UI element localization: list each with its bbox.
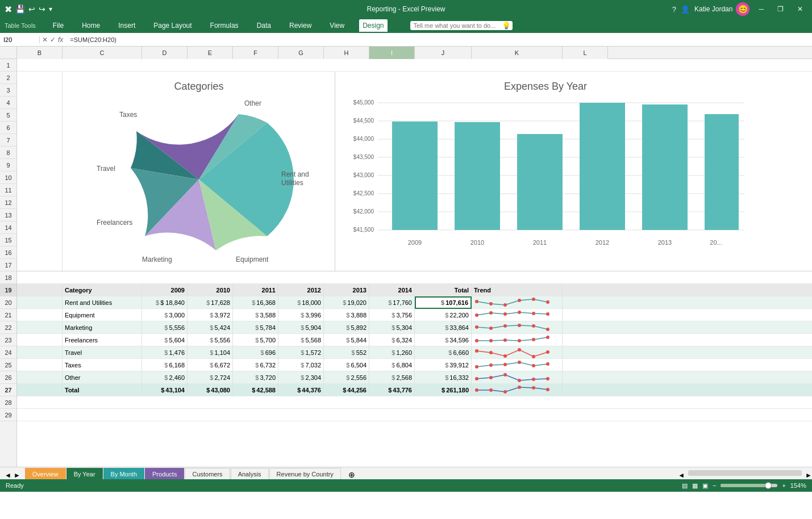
row-header-11[interactable]: 11 [0,184,16,196]
normal-view-icon[interactable]: ▤ [682,482,688,489]
cell-25-2011[interactable]: $ 6,732 [233,359,278,371]
sheet-tab-products[interactable]: Products [145,468,184,479]
search-input[interactable] [410,21,513,30]
row-header-17[interactable]: 17 [0,259,16,271]
cell-25-2013[interactable]: $ 6,504 [324,359,369,371]
cell-21-2010[interactable]: $ 3,972 [188,309,233,321]
row-header-12[interactable]: 12 [0,196,16,209]
data-row-21[interactable]: Equipment $ 3,000 $ 3,972 $ 3,588 $ 3,99… [17,309,812,321]
cancel-formula-icon[interactable]: ✕ [42,36,48,44]
cell-21-2014[interactable]: $ 3,756 [369,309,415,321]
row-header-23[interactable]: 23 [0,334,16,346]
cell-22-2011[interactable]: $ 5,784 [233,321,278,334]
row-header-16[interactable]: 16 [0,246,16,259]
cell-reference[interactable]: I20 [0,36,40,43]
cell-22-2013[interactable]: $ 5,892 [324,321,369,334]
fx-icon[interactable]: fx [58,36,63,44]
cell-27-2014[interactable]: $ 43,776 [369,384,415,396]
zoom-thumb[interactable] [765,482,772,489]
cell-22-2009[interactable]: $ 5,556 [142,321,188,334]
cell-26-category[interactable]: Other [63,371,142,384]
row-header-21[interactable]: 21 [0,309,16,321]
col-header-G[interactable]: G [278,47,324,59]
cell-23-total[interactable]: $ 34,596 [415,334,472,346]
col-header-E[interactable]: E [188,47,233,59]
data-row-27[interactable]: Total $ 43,104 $ 43,080 $ 42,588 $ 44,37… [17,384,812,396]
row-header-4[interactable]: 4 [0,97,16,109]
cell-22-total[interactable]: $ 33,864 [415,321,472,334]
cell-21-2012[interactable]: $ 3,996 [278,309,324,321]
page-break-icon[interactable]: ▣ [702,482,708,489]
restore-button[interactable]: ❐ [773,5,788,13]
cell-25-2010[interactable]: $ 6,672 [188,359,233,371]
cell-21-total[interactable]: $ 22,200 [415,309,472,321]
cell-22-category[interactable]: Marketing [63,321,142,334]
cell-27-2009[interactable]: $ 43,104 [142,384,188,396]
cell-26-2012[interactable]: $ 2,304 [278,371,324,384]
customize-icon[interactable]: ▾ [49,5,52,13]
minimize-button[interactable]: ─ [754,5,768,13]
account-icon[interactable]: 👤 [681,5,690,14]
row-header-18[interactable]: 18 [0,271,16,284]
ribbon-tab-view[interactable]: View [326,19,348,32]
zoom-slider[interactable] [721,484,777,487]
zoom-in-icon[interactable]: + [782,482,785,489]
col-header-C[interactable]: C [63,47,142,59]
user-avatar[interactable]: 😊 [736,2,749,16]
row-header-3[interactable]: 3 [0,84,16,97]
cell-25-2009[interactable]: $ 6,168 [142,359,188,371]
cell-23-2009[interactable]: $ 5,604 [142,334,188,346]
cell-23-2012[interactable]: $ 5,568 [278,334,324,346]
cell-25-2014[interactable]: $ 6,804 [369,359,415,371]
close-button[interactable]: ✕ [793,5,807,13]
sheet-tab-bymonth[interactable]: By Month [103,468,144,479]
row-header-9[interactable]: 9 [0,159,16,171]
col-header-H[interactable]: H [324,47,369,59]
bar-2014-partial[interactable] [705,114,739,230]
row-header-13[interactable]: 13 [0,209,16,221]
data-row-23[interactable]: Freelancers $ 5,604 $ 5,556 $ 5,700 $ 5,… [17,334,812,346]
row-header-1[interactable]: 1 [0,59,16,72]
col-header-D[interactable]: D [142,47,188,59]
cell-26-2009[interactable]: $ 2,460 [142,371,188,384]
cell-20-2010[interactable]: $ 17,628 [188,296,233,309]
cell-26-total[interactable]: $ 16,332 [415,371,472,384]
cell-23-2011[interactable]: $ 5,700 [233,334,278,346]
zoom-out-icon[interactable]: − [713,482,716,489]
cell-22-2010[interactable]: $ 5,424 [188,321,233,334]
cell-23-2014[interactable]: $ 6,324 [369,334,415,346]
cell-24-category[interactable]: Travel [63,346,142,359]
cell-26-2014[interactable]: $ 2,568 [369,371,415,384]
col-header-I[interactable]: I [369,47,415,59]
bar-2009[interactable] [392,122,438,230]
ribbon-tab-data[interactable]: Data [253,19,274,32]
cell-27-2010[interactable]: $ 43,080 [188,384,233,396]
sheet-tab-byyear[interactable]: By Year [66,468,103,479]
cell-21-2011[interactable]: $ 3,588 [233,309,278,321]
bar-2013[interactable] [642,104,688,230]
sheet-tab-overview[interactable]: Overview [25,468,66,479]
cell-24-2013[interactable]: $ 552 [324,346,369,359]
cell-27-2011[interactable]: $ 42,588 [233,384,278,396]
cell-24-total[interactable]: $ 6,660 [415,346,472,359]
sheet-tab-customers[interactable]: Customers [185,468,230,479]
cell-24-2009[interactable]: $ 1,476 [142,346,188,359]
row-header-15[interactable]: 15 [0,234,16,246]
cell-21-category[interactable]: Equipment [63,309,142,321]
ribbon-tab-formulas[interactable]: Formulas [207,19,242,32]
save-icon[interactable]: 💾 [15,5,25,14]
bar-2010[interactable] [455,122,500,230]
row-header-14[interactable]: 14 [0,221,16,234]
data-row-24[interactable]: Travel $ 1,476 $ 1,104 $ 696 $ 1,572 $ 5… [17,346,812,359]
col-header-B[interactable]: B [17,47,63,59]
sheet-tab-revenue[interactable]: Revenue by Country [269,468,341,479]
ribbon-tab-pagelayout[interactable]: Page Layout [150,19,195,32]
cell-27-total[interactable]: $ 261,180 [415,384,472,396]
redo-icon[interactable]: ↪ [39,5,45,14]
row-header-5[interactable]: 5 [0,109,16,122]
help-icon[interactable]: ? [672,5,676,14]
undo-icon[interactable]: ↩ [28,5,35,14]
cell-25-category[interactable]: Taxes [63,359,142,371]
sheet-tab-analysis[interactable]: Analysis [231,468,269,479]
scroll-indicator[interactable] [688,470,802,476]
